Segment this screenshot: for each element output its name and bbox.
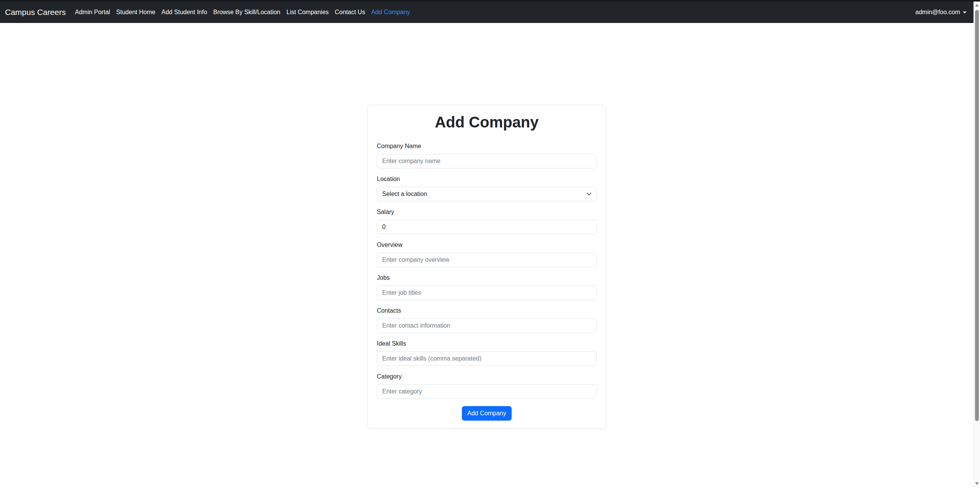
nav-links: Admin Portal Student Home Add Student In… bbox=[72, 6, 413, 19]
location-selected-value: Select a location bbox=[382, 191, 427, 197]
jobs-input[interactable] bbox=[377, 286, 597, 300]
triangle-down-icon bbox=[975, 482, 979, 485]
caret-down-icon bbox=[963, 11, 967, 13]
nav-item-list-companies[interactable]: List Companies bbox=[283, 6, 332, 19]
nav-item-contact-us[interactable]: Contact Us bbox=[332, 6, 368, 19]
salary-label: Salary bbox=[377, 207, 597, 217]
add-company-card: Add Company Company Name Location Select… bbox=[367, 105, 606, 429]
ideal-skills-input[interactable] bbox=[377, 351, 597, 366]
category-label: Category bbox=[377, 372, 597, 381]
page-title: Add Company bbox=[377, 113, 597, 131]
contacts-label: Contacts bbox=[377, 306, 597, 315]
overview-group: Overview bbox=[377, 240, 597, 267]
jobs-label: Jobs bbox=[377, 273, 597, 282]
scrollbar-down-arrow[interactable] bbox=[974, 482, 980, 485]
user-email-label: admin@foo.com bbox=[915, 9, 960, 16]
page-content: Add Company Company Name Location Select… bbox=[0, 23, 973, 488]
nav-item-browse-by-skill-location[interactable]: Browse By Skill/Location bbox=[210, 6, 283, 19]
ideal-skills-group: Ideal Skills bbox=[377, 339, 597, 366]
scrollbar-thumb[interactable] bbox=[975, 10, 979, 421]
company-name-group: Company Name bbox=[377, 142, 597, 168]
brand-link[interactable]: Campus Careers bbox=[5, 8, 66, 17]
location-group: Location Select a location bbox=[377, 175, 597, 201]
scrollbar-up-arrow[interactable] bbox=[974, 4, 980, 7]
salary-group: Salary bbox=[377, 207, 597, 234]
contacts-input[interactable] bbox=[377, 318, 597, 333]
category-group: Category bbox=[377, 372, 597, 399]
vertical-scrollbar[interactable] bbox=[973, 2, 980, 488]
location-select[interactable]: Select a location bbox=[377, 187, 597, 201]
company-name-label: Company Name bbox=[377, 142, 597, 151]
overview-input[interactable] bbox=[377, 253, 597, 267]
triangle-up-icon bbox=[975, 4, 979, 7]
location-select-wrap: Select a location bbox=[377, 187, 597, 201]
contacts-group: Contacts bbox=[377, 306, 597, 333]
category-input[interactable] bbox=[377, 384, 597, 399]
nav-item-student-home[interactable]: Student Home bbox=[113, 6, 158, 19]
top-navbar: Campus Careers Admin Portal Student Home… bbox=[0, 2, 973, 23]
jobs-group: Jobs bbox=[377, 273, 597, 300]
nav-item-admin-portal[interactable]: Admin Portal bbox=[72, 6, 113, 19]
overview-label: Overview bbox=[377, 240, 597, 250]
nav-item-add-company[interactable]: Add Company bbox=[368, 6, 413, 19]
salary-input[interactable] bbox=[377, 220, 597, 234]
add-company-submit-button[interactable]: Add Company bbox=[462, 406, 511, 421]
top-edge-strip bbox=[0, 0, 980, 2]
ideal-skills-label: Ideal Skills bbox=[377, 339, 597, 348]
location-label: Location bbox=[377, 175, 597, 184]
user-dropdown-toggle[interactable]: admin@foo.com bbox=[915, 9, 967, 16]
company-name-input[interactable] bbox=[377, 154, 597, 168]
nav-item-add-student-info[interactable]: Add Student Info bbox=[159, 6, 210, 19]
